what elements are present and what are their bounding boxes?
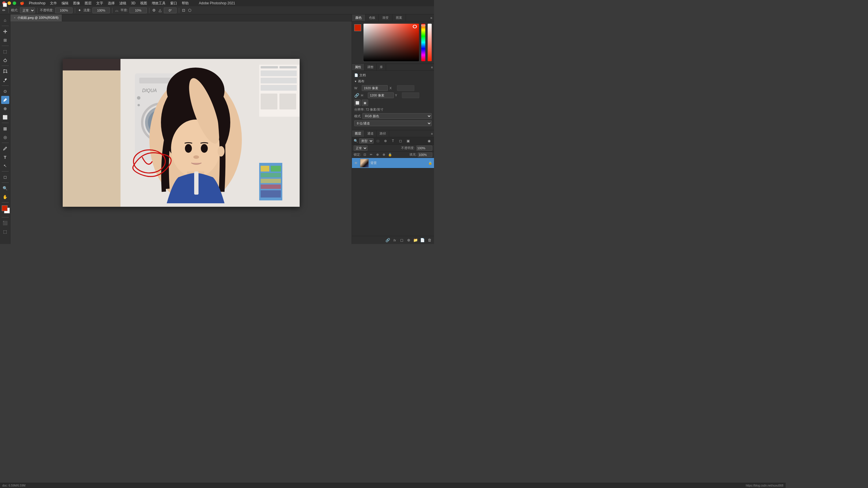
color-spectrum[interactable] xyxy=(364,24,419,61)
props-tab-adjustments[interactable]: 调整 xyxy=(364,64,377,70)
layer-filter-pixel[interactable]: □ xyxy=(375,138,381,144)
width-input[interactable] xyxy=(362,85,388,91)
hue-bar[interactable] xyxy=(421,24,425,61)
color-tab-swatches[interactable]: 色板 xyxy=(366,14,379,21)
layer-group-btn[interactable]: 📁 xyxy=(413,237,418,243)
menu-apple[interactable]: 🍎 xyxy=(18,1,26,5)
fill-input[interactable] xyxy=(418,153,432,157)
layers-tab-paths[interactable]: 路径 xyxy=(377,130,389,137)
menu-window[interactable]: 窗口 xyxy=(168,1,179,6)
angle-input[interactable] xyxy=(164,7,177,13)
flow-input[interactable] xyxy=(92,7,110,13)
tool-hand[interactable]: ✋ xyxy=(1,193,9,201)
height-input[interactable] xyxy=(368,92,394,98)
tool-text[interactable]: T xyxy=(1,153,9,161)
tool-zoom[interactable]: 🔍 xyxy=(1,184,9,192)
tool-blur[interactable]: ◎ xyxy=(1,133,9,141)
layer-mask-btn[interactable]: ◻ xyxy=(399,237,405,243)
tool-home[interactable]: ⌂ xyxy=(1,16,9,24)
tool-artboard[interactable]: ⊞ xyxy=(1,36,9,44)
pressure-size-icon[interactable]: ⬡ xyxy=(188,7,192,13)
minimize-button[interactable] xyxy=(7,1,11,5)
tool-crop[interactable] xyxy=(1,67,9,75)
menu-filter[interactable]: 滤镜 xyxy=(117,1,128,6)
lock-paint-btn[interactable]: ✏ xyxy=(368,152,374,157)
fg-color-swatch[interactable] xyxy=(2,205,7,211)
layer-link-btn[interactable]: 🔗 xyxy=(385,237,391,243)
layer-visibility-icon[interactable]: 👁 xyxy=(354,161,358,165)
props-tab-libraries[interactable]: 库 xyxy=(377,64,386,70)
settings-icon[interactable]: ⚙ xyxy=(152,7,156,13)
layer-delete-btn[interactable]: 🗑 xyxy=(427,237,432,243)
layers-options-icon[interactable]: ≡ xyxy=(431,132,433,135)
bg-color-mini[interactable] xyxy=(3,3,7,7)
brush-tool-icon[interactable]: ✏ xyxy=(2,7,6,13)
photo-canvas[interactable]: DIQUA xyxy=(63,59,300,207)
alpha-bar[interactable] xyxy=(428,24,432,61)
color-tab-gradients[interactable]: 渐变 xyxy=(379,14,393,21)
canvas-scroll[interactable]: DIQUA xyxy=(10,21,352,244)
layer-filter-toggle[interactable]: ◉ xyxy=(426,138,432,144)
layers-tab-layers[interactable]: 图层 xyxy=(352,130,364,137)
menu-photoshop[interactable]: Photoshop xyxy=(27,1,48,5)
layer-filter-text[interactable]: T xyxy=(390,138,396,144)
angle-icon[interactable]: △ xyxy=(158,7,162,13)
menu-image[interactable]: 图像 xyxy=(71,1,82,6)
canvas-size-icon-btn2[interactable]: ▣ xyxy=(362,100,368,106)
tool-path-select[interactable]: ↖ xyxy=(1,162,9,170)
tool-clone[interactable]: ⊕ xyxy=(1,104,9,112)
tool-extra2[interactable]: ⬚ xyxy=(1,228,9,236)
lock-all-btn[interactable]: 🔒 xyxy=(388,152,393,157)
panel-options-icon[interactable]: ≡ xyxy=(431,16,432,20)
layer-adj-btn[interactable]: ⊕ xyxy=(406,237,411,243)
menu-type[interactable]: 文字 xyxy=(94,1,105,6)
layer-fx-btn[interactable]: fx xyxy=(392,237,398,243)
active-color-swatch[interactable] xyxy=(354,24,361,31)
tool-gradient[interactable]: ▦ xyxy=(1,125,9,133)
tool-heal[interactable]: ⊙ xyxy=(1,87,9,95)
tool-extra1[interactable]: ⬛ xyxy=(1,219,9,227)
tool-marquee[interactable]: ⬚ xyxy=(1,47,9,56)
lock-transparent-btn[interactable]: ⊡ xyxy=(362,152,367,157)
menu-edit[interactable]: 编辑 xyxy=(60,1,70,6)
layer-new-btn[interactable]: 📄 xyxy=(420,237,425,243)
smooth-input[interactable] xyxy=(129,7,147,13)
layer-name[interactable]: 背景 xyxy=(370,161,427,165)
tool-pen[interactable] xyxy=(1,144,9,153)
airbrush-icon[interactable]: ✦ xyxy=(78,7,82,13)
smoothing-icon[interactable]: ⌓ xyxy=(115,7,119,13)
tool-shape[interactable]: ◻ xyxy=(1,173,9,181)
mode-select-props[interactable]: RGB 颜色 xyxy=(362,113,432,119)
color-tab-patterns[interactable]: 图案 xyxy=(393,14,406,21)
x-input[interactable] xyxy=(397,85,414,91)
y-input[interactable] xyxy=(402,92,419,98)
menu-select[interactable]: 选择 xyxy=(106,1,117,6)
layer-filter-adjust[interactable]: ⊗ xyxy=(382,138,389,144)
menu-file[interactable]: 文件 xyxy=(48,1,59,6)
pressure-opacity-icon[interactable]: ⊡ xyxy=(182,7,186,13)
tool-eraser[interactable]: ⬜ xyxy=(1,113,9,121)
menu-layer[interactable]: 图层 xyxy=(83,1,94,6)
tool-move[interactable] xyxy=(1,27,9,35)
tool-brush[interactable] xyxy=(1,96,9,104)
tool-lasso[interactable] xyxy=(1,56,9,64)
layer-type-filter[interactable]: 类型 xyxy=(359,138,374,143)
lock-artboard-btn[interactable]: ⊕ xyxy=(375,152,380,157)
maximize-button[interactable] xyxy=(13,1,16,5)
tool-eyedropper[interactable] xyxy=(1,76,9,84)
layers-tab-channels[interactable]: 通道 xyxy=(364,130,377,137)
layer-filter-shape[interactable]: ◻ xyxy=(397,138,404,144)
menu-help[interactable]: 帮助 xyxy=(180,1,191,6)
menu-3d[interactable]: 3D xyxy=(129,1,137,5)
tab-close-icon[interactable]: × xyxy=(14,16,16,19)
menu-plugins[interactable]: 增效工具 xyxy=(150,1,167,6)
document-tab[interactable]: × 小姐姐.jpeg @ 100%(RGB/8) xyxy=(10,14,62,21)
layer-filter-smart[interactable]: ▣ xyxy=(405,138,411,144)
layer-row-background[interactable]: 👁 背景 🔒 xyxy=(352,158,434,168)
opacity-input-layers[interactable] xyxy=(416,145,432,151)
menu-view[interactable]: 视图 xyxy=(138,1,149,6)
opacity-input[interactable] xyxy=(55,7,72,13)
blend-mode-select[interactable]: 正常 xyxy=(354,145,368,151)
mode-select[interactable]: 正常 xyxy=(20,7,35,13)
props-options-icon[interactable]: ≡ xyxy=(431,66,433,69)
